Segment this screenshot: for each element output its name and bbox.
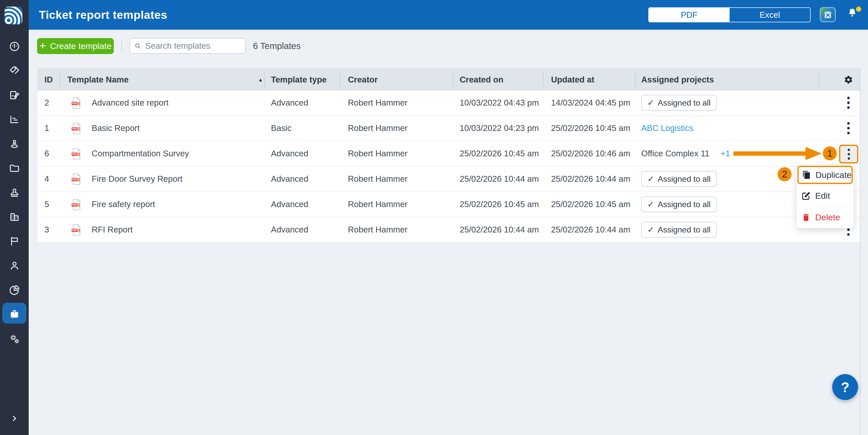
column-divider: [543, 72, 544, 87]
cell-template-name[interactable]: Fire Door Survey Report: [92, 166, 183, 191]
highlighted-kebab-button[interactable]: [839, 145, 858, 163]
table-row[interactable]: 4 PDF Fire Door Survey Report Advanced R…: [37, 166, 860, 192]
stamp-icon: [9, 187, 20, 198]
search-input[interactable]: [145, 41, 241, 51]
sidebar-item-forms[interactable]: [0, 83, 29, 107]
app-switcher-button[interactable]: [820, 7, 836, 22]
sidebar-item-flags[interactable]: [0, 229, 29, 254]
edit-icon: [802, 191, 811, 200]
assigned-to-all-button[interactable]: ✓Assigned to all: [641, 196, 717, 212]
sidebar-item-tags[interactable]: [0, 59, 29, 83]
search-box[interactable]: [129, 38, 246, 54]
folder-icon: [9, 162, 20, 174]
notifications-button[interactable]: [846, 7, 862, 23]
cell-updated-at: 14/03/2024 04:45 pm: [551, 90, 630, 115]
column-divider: [819, 72, 819, 87]
page-title: Ticket report templates: [39, 0, 167, 30]
assigned-to-all-button[interactable]: ✓Assigned to all: [641, 222, 717, 238]
sidebar-item-documents[interactable]: [0, 156, 29, 180]
clipboard-icon: [9, 309, 20, 320]
col-header-created[interactable]: Created on: [460, 69, 503, 91]
gears-icon: [9, 333, 20, 345]
templates-count: 6 Templates: [253, 38, 301, 54]
table-row[interactable]: 2 PDF Advanced site report Advanced Robe…: [37, 90, 860, 116]
sort-asc-icon[interactable]: ▲: [258, 69, 263, 91]
cell-creator: Robert Hammer: [348, 192, 408, 217]
pdf-file-icon: PDF: [71, 199, 81, 210]
sidebar-collapse-toggle[interactable]: [0, 406, 29, 430]
sidebar-item-templates[interactable]: [0, 302, 29, 327]
toggle-pdf-button[interactable]: PDF: [649, 8, 730, 22]
menu-item-duplicate[interactable]: Duplicate: [797, 166, 853, 184]
trash-icon: [802, 213, 811, 222]
sidebar-item-company[interactable]: [0, 205, 29, 229]
assigned-to-all-button[interactable]: ✓Assigned to all: [641, 171, 717, 187]
sidebar-item-reports[interactable]: [0, 107, 29, 132]
menu-item-edit[interactable]: Edit: [796, 185, 854, 206]
chart-icon: [9, 114, 20, 125]
cell-creator: Robert Hammer: [348, 90, 408, 115]
pdf-file-icon: PDF: [71, 123, 81, 134]
assigned-to-all-button[interactable]: ✓Assigned to all: [641, 95, 717, 111]
assigned-project-link[interactable]: ABC Logistics: [641, 116, 693, 141]
cell-template-name[interactable]: Advanced site report: [92, 90, 168, 115]
plus-icon: +: [39, 40, 46, 51]
annotation-step-2: 2: [778, 167, 792, 181]
cell-template-name[interactable]: Compartmentation Survey: [92, 141, 189, 166]
gear-icon: [844, 75, 853, 84]
cell-template-type: Advanced: [271, 90, 308, 115]
table-row[interactable]: 5 PDF Fire safety report Advanced Robert…: [37, 192, 860, 217]
form-edit-icon: [9, 89, 20, 101]
cell-template-type: Advanced: [271, 166, 308, 191]
cell-template-type: Advanced: [271, 141, 308, 166]
notification-dot: [856, 7, 861, 12]
row-actions-kebab-button[interactable]: [845, 90, 851, 115]
dashboard-gauge-icon: [9, 41, 20, 52]
sidebar-item-approvals[interactable]: [0, 180, 29, 205]
svg-text:PDF: PDF: [72, 204, 77, 206]
table-settings-button[interactable]: [844, 75, 853, 84]
sidebar: [0, 0, 29, 435]
check-icon: ✓: [647, 90, 654, 115]
check-icon: ✓: [647, 192, 654, 217]
column-divider: [265, 72, 265, 87]
col-header-name[interactable]: Template Name: [67, 69, 128, 91]
more-projects-link[interactable]: +1: [720, 141, 730, 166]
sidebar-item-site[interactable]: [0, 132, 29, 156]
svg-text:PDF: PDF: [72, 153, 77, 156]
cell-id: 5: [44, 192, 49, 217]
pie-chart-icon: [9, 284, 20, 296]
cell-template-name[interactable]: RFI Report: [92, 217, 132, 242]
col-header-assigned[interactable]: Assigned projects: [641, 69, 714, 91]
col-header-creator[interactable]: Creator: [348, 69, 378, 91]
sidebar-item-users[interactable]: [0, 254, 29, 278]
cell-template-name[interactable]: Basic Report: [92, 116, 140, 141]
sidebar-item-settings[interactable]: [0, 327, 29, 351]
menu-item-delete[interactable]: Delete: [796, 206, 854, 228]
col-header-updated[interactable]: Updated at: [551, 69, 594, 91]
toolbar-divider: [121, 40, 122, 52]
cell-updated-at: 25/02/2026 10:44 am: [551, 217, 630, 242]
row-actions-kebab-button[interactable]: [845, 116, 851, 141]
table-row[interactable]: 3 PDF RFI Report Advanced Robert Hammer …: [37, 217, 860, 243]
row-actions-menu: Duplicate Edit Delete: [796, 164, 854, 228]
sidebar-item-dashboard[interactable]: [0, 34, 29, 59]
tags-icon: [9, 65, 20, 77]
svg-text:PDF: PDF: [72, 127, 77, 130]
column-divider: [635, 72, 636, 87]
app-logo-icon[interactable]: [5, 7, 22, 24]
toggle-excel-button[interactable]: Excel: [730, 8, 810, 22]
apps-logo-icon: [823, 9, 833, 20]
cell-id: 4: [44, 166, 49, 191]
cell-creator: Robert Hammer: [348, 116, 408, 141]
col-header-id[interactable]: ID: [44, 69, 53, 91]
col-header-type[interactable]: Template type: [271, 69, 327, 91]
templates-table: ID Template Name ▲ Template type Creator…: [37, 69, 860, 435]
sidebar-item-analytics[interactable]: [0, 278, 29, 302]
table-row[interactable]: 1 PDF Basic Report Basic Robert Hammer 1…: [37, 116, 860, 141]
cell-id: 2: [44, 90, 49, 115]
cell-template-name[interactable]: Fire safety report: [92, 192, 155, 217]
create-template-button[interactable]: + Create template: [37, 38, 114, 54]
help-button[interactable]: ?: [832, 374, 858, 400]
check-icon: ✓: [647, 166, 654, 191]
